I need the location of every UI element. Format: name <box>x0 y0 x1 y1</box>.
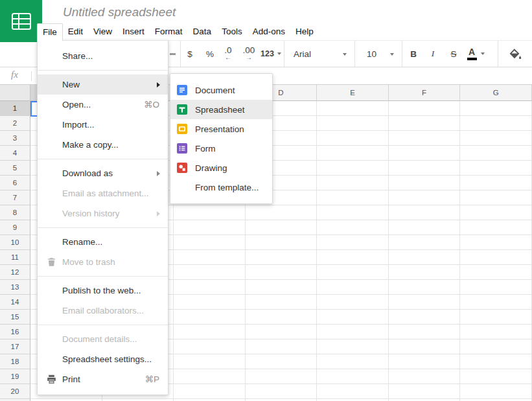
row-header-16[interactable]: 16 <box>0 325 30 339</box>
cell-F13[interactable] <box>389 280 461 295</box>
row-header-9[interactable]: 9 <box>0 220 30 235</box>
cell-E7[interactable] <box>317 190 389 205</box>
text-color-button[interactable]: A <box>463 41 489 67</box>
cell-E11[interactable] <box>317 250 389 265</box>
cell-C13[interactable] <box>174 280 246 295</box>
cell-F20[interactable] <box>389 384 461 399</box>
document-title[interactable]: Untitled spreadsheet <box>63 5 176 19</box>
cell-E19[interactable] <box>317 369 389 384</box>
cell-E3[interactable] <box>317 131 389 146</box>
cell-G17[interactable] <box>460 339 532 354</box>
new-submenu-item-document[interactable]: Document <box>170 80 272 100</box>
cell-G18[interactable] <box>460 354 532 369</box>
cell-E14[interactable] <box>317 295 389 310</box>
cell-C9[interactable] <box>174 220 246 235</box>
cell-F11[interactable] <box>389 250 461 265</box>
cell-C15[interactable] <box>174 310 246 325</box>
row-header-1[interactable]: 1 <box>0 101 30 116</box>
row-header-5[interactable]: 5 <box>0 161 30 176</box>
row-header-15[interactable]: 15 <box>0 310 30 325</box>
file-menu-item-publish-to-the-web[interactable]: Publish to the web... <box>38 281 168 301</box>
cell-E4[interactable] <box>317 146 389 161</box>
cell-C14[interactable] <box>174 295 246 310</box>
row-header-12[interactable]: 12 <box>0 265 30 280</box>
cell-F10[interactable] <box>389 235 461 250</box>
new-submenu-item-form[interactable]: Form <box>170 139 272 158</box>
file-menu-item-new[interactable]: New <box>38 74 168 95</box>
cell-D16[interactable] <box>246 325 318 339</box>
new-submenu-item-presentation[interactable]: Presentation <box>170 119 272 139</box>
cell-F12[interactable] <box>389 265 461 280</box>
fill-color-button[interactable] <box>504 41 525 67</box>
cell-E18[interactable] <box>317 354 389 369</box>
cell-E15[interactable] <box>317 310 389 325</box>
cell-E16[interactable] <box>317 325 389 339</box>
cell-E9[interactable] <box>317 220 389 235</box>
cell-C11[interactable] <box>174 250 246 265</box>
cell-G2[interactable] <box>460 116 532 131</box>
menubar-item-file[interactable]: File <box>37 23 63 41</box>
cell-F5[interactable] <box>389 161 461 176</box>
cell-E12[interactable] <box>317 265 389 280</box>
cell-E5[interactable] <box>317 161 389 176</box>
cell-G19[interactable] <box>460 369 532 384</box>
cell-C18[interactable] <box>174 354 246 369</box>
cell-G7[interactable] <box>460 190 532 205</box>
file-menu-item-email-as-attachment[interactable]: Email as attachment... <box>38 183 168 203</box>
row-header-8[interactable]: 8 <box>0 205 30 220</box>
cell-F2[interactable] <box>389 116 461 131</box>
cell-G16[interactable] <box>460 325 532 339</box>
menubar-item-view[interactable]: View <box>88 23 117 40</box>
cell-D13[interactable] <box>246 280 318 295</box>
column-header-f[interactable]: F <box>389 85 461 101</box>
file-menu-item-open[interactable]: Open...⌘O <box>38 95 168 115</box>
cell-E17[interactable] <box>317 339 389 354</box>
row-header-10[interactable]: 10 <box>0 235 30 250</box>
cell-G15[interactable] <box>460 310 532 325</box>
cell-F8[interactable] <box>389 205 461 220</box>
cell-D20[interactable] <box>246 384 318 399</box>
cell-C17[interactable] <box>174 339 246 354</box>
cell-D12[interactable] <box>246 265 318 280</box>
sheets-logo[interactable] <box>0 0 42 42</box>
cell-F4[interactable] <box>389 146 461 161</box>
decrease-decimal-button[interactable]: .0 ← <box>220 41 236 67</box>
cell-D8[interactable] <box>246 205 318 220</box>
menubar-item-add-ons[interactable]: Add-ons <box>248 23 290 40</box>
row-header-6[interactable]: 6 <box>0 176 30 190</box>
new-submenu-item-drawing[interactable]: Drawing <box>170 158 272 178</box>
cell-D10[interactable] <box>246 235 318 250</box>
cell-C12[interactable] <box>174 265 246 280</box>
file-menu-item-rename[interactable]: Rename... <box>38 232 168 252</box>
cell-C10[interactable] <box>174 235 246 250</box>
cell-F14[interactable] <box>389 295 461 310</box>
row-header-13[interactable]: 13 <box>0 280 30 295</box>
file-menu-item-print[interactable]: Print⌘P <box>38 369 168 389</box>
cell-D19[interactable] <box>246 369 318 384</box>
bold-button[interactable]: B <box>407 41 420 67</box>
cell-F9[interactable] <box>389 220 461 235</box>
font-size-select[interactable]: 10 <box>360 41 402 67</box>
cell-D15[interactable] <box>246 310 318 325</box>
row-header-11[interactable]: 11 <box>0 250 30 265</box>
cell-F15[interactable] <box>389 310 461 325</box>
row-header-3[interactable]: 3 <box>0 131 30 146</box>
column-header-e[interactable]: E <box>317 85 389 101</box>
cell-G14[interactable] <box>460 295 532 310</box>
italic-button[interactable]: I <box>428 41 438 67</box>
new-submenu-item-spreadsheet[interactable]: Spreadsheet <box>170 100 272 119</box>
cell-G10[interactable] <box>460 235 532 250</box>
cell-E8[interactable] <box>317 205 389 220</box>
cell-G8[interactable] <box>460 205 532 220</box>
cell-D18[interactable] <box>246 354 318 369</box>
menubar-item-format[interactable]: Format <box>150 23 188 40</box>
cell-D9[interactable] <box>246 220 318 235</box>
cell-E6[interactable] <box>317 176 389 190</box>
file-menu-item-make-a-copy[interactable]: Make a copy... <box>38 135 168 155</box>
column-header-g[interactable]: G <box>460 85 532 101</box>
cell-G1[interactable] <box>460 101 532 116</box>
cell-F3[interactable] <box>389 131 461 146</box>
cell-E20[interactable] <box>317 384 389 399</box>
cell-G11[interactable] <box>460 250 532 265</box>
file-menu-item-email-collaborators[interactable]: Email collaborators... <box>38 301 168 321</box>
